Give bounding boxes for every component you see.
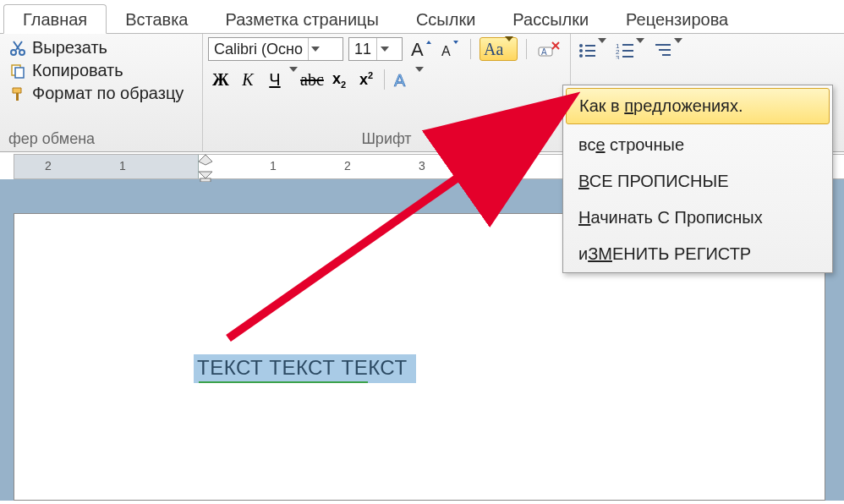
spellcheck-wave-icon [199, 381, 368, 383]
svg-text:A: A [441, 44, 451, 58]
subscript-button[interactable]: x2 [326, 68, 352, 90]
underline-glyph: Ч [269, 70, 280, 90]
case-lowercase-item[interactable]: все строчные [563, 127, 832, 163]
change-case-menu: Как в предложениях. все строчные ВСЕ ПРО… [562, 85, 833, 273]
chevron-down-icon [636, 43, 644, 58]
group-clipboard: Вырезать Копировать Формат по образцу фе… [0, 34, 203, 151]
tab-insert[interactable]: Вставка [107, 5, 206, 33]
format-painter-label: Формат по образцу [32, 84, 184, 103]
scissors-icon [8, 39, 27, 58]
multilevel-list-button[interactable] [652, 39, 683, 63]
svg-rect-3 [15, 68, 24, 78]
svg-point-0 [11, 50, 16, 55]
svg-rect-23 [662, 54, 671, 56]
group-font: Calibri (Осно 11 A A Aa [203, 34, 571, 151]
ruler-number: 4 [493, 159, 500, 173]
shrink-font-button[interactable]: A [438, 37, 462, 61]
font-name-value: Calibri (Осно [209, 41, 308, 58]
copy-button[interactable]: Копировать [5, 60, 197, 81]
strikethrough-button[interactable]: abc [299, 68, 325, 90]
ruler-number: 2 [344, 159, 351, 173]
divider [384, 69, 385, 90]
svg-text:A: A [541, 47, 547, 57]
svg-rect-10 [585, 45, 595, 47]
superscript-button[interactable]: x2 [353, 68, 379, 90]
svg-text:A: A [394, 71, 406, 90]
format-painter-button[interactable]: Формат по образцу [5, 83, 197, 104]
ruler-number: 1 [270, 159, 277, 173]
bold-button[interactable]: Ж [208, 68, 233, 90]
svg-point-9 [579, 44, 583, 47]
chevron-down-icon [505, 41, 513, 57]
svg-marker-24 [199, 155, 212, 165]
chevron-down-icon[interactable] [289, 72, 298, 87]
tab-references[interactable]: Ссылки [397, 5, 494, 33]
chevron-down-icon [674, 43, 682, 58]
tab-page-layout[interactable]: Разметка страницы [206, 5, 397, 33]
font-size-combo[interactable]: 11 [348, 37, 403, 61]
tab-mailings[interactable]: Рассылки [494, 5, 607, 33]
clear-formatting-button[interactable]: A [535, 37, 562, 61]
chevron-down-icon [308, 38, 323, 60]
ruler-number: 1 [119, 159, 126, 173]
chevron-down-icon [598, 43, 606, 58]
svg-rect-14 [585, 55, 595, 57]
svg-rect-12 [585, 50, 595, 52]
divider [526, 39, 527, 59]
ruler-number: 3 [419, 159, 425, 173]
case-capitalize-item[interactable]: Начинать С Прописных [563, 200, 832, 236]
chevron-down-icon [415, 72, 424, 87]
font-name-combo[interactable]: Calibri (Осно [208, 37, 343, 61]
svg-marker-25 [199, 172, 212, 178]
svg-point-13 [579, 54, 583, 58]
case-toggle-item[interactable]: иЗМЕНИТЬ РЕГИСТР [563, 236, 832, 272]
svg-rect-18 [622, 50, 633, 52]
font-size-value: 11 [349, 41, 376, 58]
svg-rect-22 [659, 49, 671, 51]
change-case-glyph: Aa [484, 40, 503, 59]
selected-text[interactable]: ТЕКСТ ТЕКСТ ТЕКСТ [194, 354, 416, 383]
svg-point-1 [19, 50, 25, 55]
chevron-down-icon [376, 38, 392, 60]
case-sentence-item[interactable]: Как в предложениях. [566, 88, 830, 124]
tab-home[interactable]: Главная [3, 4, 107, 34]
cut-button[interactable]: Вырезать [5, 37, 197, 58]
indent-marker-icon[interactable] [197, 153, 214, 182]
svg-point-11 [579, 49, 583, 52]
copy-icon [8, 62, 27, 80]
svg-text:3: 3 [616, 54, 620, 59]
italic-button[interactable]: К [235, 68, 260, 90]
ruler-number: 2 [45, 159, 52, 173]
svg-rect-21 [655, 44, 671, 46]
text-effects-button[interactable]: A [390, 68, 425, 91]
case-uppercase-item[interactable]: ВСЕ ПРОПИСНЫЕ [563, 163, 832, 200]
copy-label: Копировать [32, 61, 123, 80]
bullets-button[interactable] [576, 39, 607, 63]
group-font-label: Шрифт [208, 129, 565, 150]
paintbrush-icon [8, 85, 27, 103]
tab-review[interactable]: Рецензирова [607, 5, 747, 33]
underline-button[interactable]: Ч [262, 68, 288, 90]
numbering-button[interactable]: 123 [614, 39, 645, 63]
change-case-button[interactable]: Aa [480, 37, 518, 61]
ribbon-tabs: Главная Вставка Разметка страницы Ссылки… [0, 0, 844, 34]
svg-rect-26 [200, 178, 211, 182]
svg-rect-20 [622, 56, 633, 58]
svg-rect-16 [622, 44, 633, 46]
cut-label: Вырезать [32, 38, 107, 58]
svg-text:A: A [411, 39, 424, 59]
grow-font-button[interactable]: A [408, 37, 433, 61]
divider [470, 39, 471, 59]
group-clipboard-label: фер обмена [5, 129, 197, 150]
